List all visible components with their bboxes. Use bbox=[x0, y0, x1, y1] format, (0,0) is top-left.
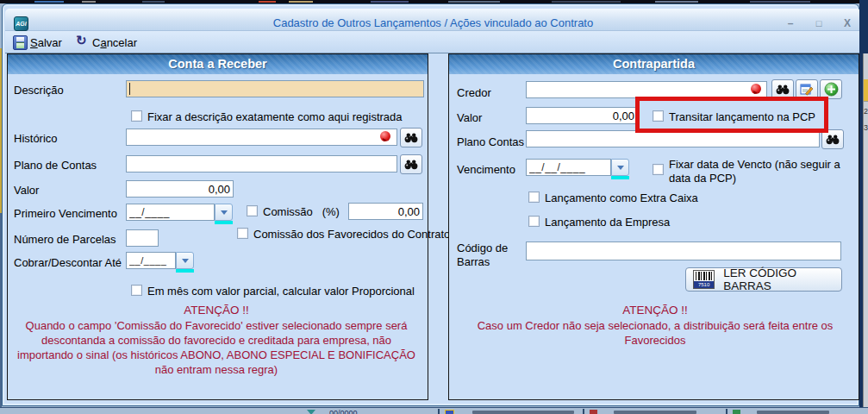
valor-label: Valor bbox=[14, 184, 39, 197]
contrapartida-header: Contrapartida bbox=[449, 54, 859, 74]
lancamento-empresa-label[interactable]: Lançamento da Empresa bbox=[545, 216, 670, 229]
background-grid-selected-cell bbox=[864, 79, 868, 102]
comissao-checkbox[interactable] bbox=[247, 205, 258, 216]
background-window-bottom-strip: 00/0000 bbox=[0, 407, 868, 414]
green-plus-icon bbox=[824, 82, 839, 97]
window-title: Cadastro de Outros Lançamentos / Ações v… bbox=[5, 16, 861, 29]
comissao-favorecidos-label[interactable]: Comissão dos Favorecidos do Contrato bbox=[253, 228, 450, 241]
extra-caixa-label[interactable]: Lançamento como Extra Caixa bbox=[545, 191, 698, 204]
primeiro-vencimento-label: Primeiro Vencimento bbox=[14, 207, 117, 220]
credor-input[interactable] bbox=[526, 81, 767, 98]
plano-de-contas-label: Plano de Contas bbox=[14, 159, 97, 172]
vencimento-dropdown chevron-down-icon[interactable] bbox=[611, 159, 629, 176]
close-button[interactable]: X bbox=[840, 18, 854, 28]
background-button-icon bbox=[733, 410, 740, 414]
comissao-label[interactable]: Comissão (%) bbox=[263, 205, 340, 218]
cancel-button[interactable]: Cancelar bbox=[72, 34, 141, 51]
undo-circle-icon bbox=[76, 35, 90, 49]
comissao-percent-input[interactable] bbox=[348, 203, 423, 220]
credor-label: Credor bbox=[457, 86, 491, 99]
background-button-icon bbox=[590, 410, 597, 414]
cobrar-descontar-dropdown chevron-down-icon[interactable] bbox=[176, 252, 194, 269]
required-balloon-icon bbox=[751, 84, 761, 94]
maximize-button[interactable]: □ bbox=[812, 18, 826, 28]
extra-caixa-checkbox[interactable] bbox=[528, 191, 540, 203]
binoculars-icon bbox=[826, 134, 840, 145]
vencimento-input[interactable] bbox=[526, 159, 611, 176]
codigo-barras-label: Código de Barras bbox=[457, 242, 519, 269]
funnel-icon bbox=[307, 410, 315, 414]
barcode-icon: 7510 bbox=[693, 270, 715, 289]
historico-lookup-button[interactable] bbox=[400, 128, 422, 147]
plano-de-contas-lookup-button[interactable] bbox=[400, 154, 422, 174]
cobrar-descontar-input[interactable] bbox=[126, 252, 176, 269]
codigo-barras-input[interactable] bbox=[526, 242, 841, 260]
cancel-button-label: Cancelar bbox=[92, 36, 137, 49]
historico-input[interactable] bbox=[126, 129, 397, 146]
cyan-underline bbox=[611, 176, 629, 179]
vencimento-label: Vencimento bbox=[457, 163, 515, 176]
cobrar-descontar-label: Cobrar/Descontar Até bbox=[14, 256, 122, 269]
ler-codigo-barras-button[interactable]: 7510 LER CÓDIGO BARRAS bbox=[685, 267, 842, 292]
background-grid-column: 2 3 bbox=[863, 53, 868, 414]
background-grid-row-number: 3 bbox=[864, 123, 868, 132]
valor-parcial-label[interactable]: Em mês com valor parcial, calcular valor… bbox=[147, 285, 415, 298]
fixar-descricao-label[interactable]: Fixar a descrição exatamente como aqui r… bbox=[147, 110, 403, 123]
background-button-icon bbox=[445, 410, 454, 414]
valor-parcial-checkbox[interactable] bbox=[131, 285, 142, 296]
barcode-digits: 7510 bbox=[694, 281, 714, 288]
conta-receber-warning-text: Quando o campo 'Comissão do Favorecido' … bbox=[12, 318, 421, 377]
annotation-highlight-rect bbox=[635, 97, 828, 133]
binoculars-icon bbox=[776, 84, 790, 95]
required-balloon-icon bbox=[380, 131, 390, 141]
text-caret bbox=[129, 83, 130, 95]
historico-label: Histórico bbox=[14, 132, 58, 145]
primeiro-vencimento-dropdown chevron-down-icon[interactable] bbox=[215, 204, 233, 221]
binoculars-icon bbox=[404, 132, 418, 143]
numero-parcelas-input[interactable] bbox=[126, 229, 159, 247]
conta-receber-warning-title: ATENÇÃO !! bbox=[13, 304, 420, 317]
save-button[interactable]: Salvar bbox=[9, 34, 66, 51]
background-date-fragment: 00/0000 bbox=[329, 409, 358, 414]
minimize-button[interactable]: – bbox=[784, 18, 797, 28]
fixar-descricao-checkbox[interactable] bbox=[131, 110, 142, 122]
descricao-label: Descrição bbox=[14, 84, 64, 97]
fixar-data-vencto-label[interactable]: Fixar data de Vencto (não seguir a data … bbox=[669, 158, 853, 185]
background-window-right-sliver: 2 3 bbox=[859, 0, 868, 414]
conta-a-receber-header: Conta a Receber bbox=[8, 54, 428, 74]
numero-parcelas-label: Número de Parcelas bbox=[14, 233, 116, 246]
edit-note-icon bbox=[800, 83, 814, 96]
contrapartida-warning-text: Caso um Credor não seja selecionado, a d… bbox=[455, 318, 855, 348]
toolbar: Salvar Cancelar bbox=[5, 31, 861, 53]
lancamento-empresa-checkbox[interactable] bbox=[528, 216, 540, 227]
contrapartida-valor-input[interactable] bbox=[526, 107, 638, 124]
binoculars-icon bbox=[404, 159, 418, 170]
titlebar[interactable]: AGi Cadastro de Outros Lançamentos / Açõ… bbox=[5, 9, 861, 31]
cyan-underline bbox=[215, 221, 233, 224]
contrapartida-warning-title: ATENÇÃO !! bbox=[457, 304, 853, 317]
ler-codigo-barras-label: LER CÓDIGO BARRAS bbox=[723, 267, 834, 292]
plano-de-contas-input[interactable] bbox=[126, 155, 397, 172]
background-grid-row-number: 2 bbox=[864, 107, 868, 116]
valor-input[interactable] bbox=[126, 180, 234, 198]
fixar-data-vencto-checkbox[interactable] bbox=[653, 164, 664, 175]
contrapartida-valor-label: Valor bbox=[457, 111, 482, 124]
save-button-label: Salvar bbox=[30, 36, 62, 49]
cyan-underline bbox=[176, 269, 194, 273]
contrapartida-plano-contas-label: Plano Contas bbox=[457, 135, 524, 148]
descricao-input[interactable] bbox=[126, 80, 424, 97]
floppy-disk-icon bbox=[13, 35, 28, 50]
contrapartida-plano-contas-input[interactable] bbox=[526, 130, 820, 147]
primeiro-vencimento-input[interactable] bbox=[126, 204, 215, 221]
comissao-favorecidos-checkbox[interactable] bbox=[237, 228, 248, 239]
